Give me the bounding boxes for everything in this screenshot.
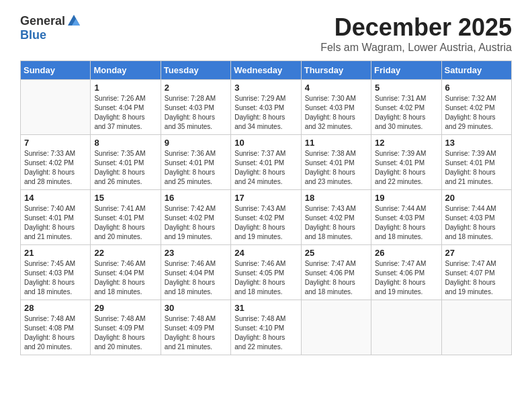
day-info: Sunrise: 7:47 AM Sunset: 4:06 PM Dayligh… — [305, 259, 367, 297]
logo-blue: Blue — [20, 28, 46, 42]
calendar-cell: 6Sunrise: 7:32 AM Sunset: 4:02 PM Daylig… — [441, 80, 511, 135]
day-info: Sunrise: 7:44 AM Sunset: 4:03 PM Dayligh… — [375, 204, 437, 242]
calendar-cell — [301, 300, 371, 355]
day-number: 10 — [234, 138, 297, 148]
column-header-saturday: Saturday — [441, 61, 511, 80]
calendar-cell: 14Sunrise: 7:40 AM Sunset: 4:01 PM Dayli… — [21, 190, 91, 245]
day-info: Sunrise: 7:47 AM Sunset: 4:07 PM Dayligh… — [445, 259, 508, 297]
day-number: 4 — [305, 83, 367, 93]
calendar-cell: 9Sunrise: 7:36 AM Sunset: 4:01 PM Daylig… — [161, 135, 230, 190]
day-info: Sunrise: 7:32 AM Sunset: 4:02 PM Dayligh… — [445, 94, 508, 132]
day-number: 21 — [24, 248, 87, 258]
day-info: Sunrise: 7:45 AM Sunset: 4:03 PM Dayligh… — [24, 259, 87, 297]
day-number: 18 — [305, 193, 367, 203]
day-number: 5 — [375, 83, 437, 93]
calendar-cell: 15Sunrise: 7:41 AM Sunset: 4:01 PM Dayli… — [91, 190, 161, 245]
day-info: Sunrise: 7:46 AM Sunset: 4:04 PM Dayligh… — [94, 259, 157, 297]
calendar-cell: 25Sunrise: 7:47 AM Sunset: 4:06 PM Dayli… — [301, 245, 371, 300]
calendar-cell: 28Sunrise: 7:48 AM Sunset: 4:08 PM Dayli… — [21, 300, 91, 355]
calendar-cell: 22Sunrise: 7:46 AM Sunset: 4:04 PM Dayli… — [91, 245, 161, 300]
calendar-cell: 23Sunrise: 7:46 AM Sunset: 4:04 PM Dayli… — [161, 245, 230, 300]
day-number: 6 — [445, 83, 508, 93]
day-info: Sunrise: 7:43 AM Sunset: 4:02 PM Dayligh… — [305, 204, 367, 242]
day-number: 9 — [165, 138, 227, 148]
calendar-cell: 16Sunrise: 7:42 AM Sunset: 4:02 PM Dayli… — [161, 190, 230, 245]
calendar-cell: 31Sunrise: 7:48 AM Sunset: 4:10 PM Dayli… — [231, 300, 301, 355]
day-info: Sunrise: 7:46 AM Sunset: 4:05 PM Dayligh… — [234, 259, 297, 297]
calendar-cell: 13Sunrise: 7:39 AM Sunset: 4:01 PM Dayli… — [441, 135, 511, 190]
calendar-week-row: 21Sunrise: 7:45 AM Sunset: 4:03 PM Dayli… — [21, 245, 512, 300]
day-number: 20 — [445, 193, 508, 203]
day-info: Sunrise: 7:31 AM Sunset: 4:02 PM Dayligh… — [375, 94, 437, 132]
day-info: Sunrise: 7:40 AM Sunset: 4:01 PM Dayligh… — [24, 204, 87, 242]
calendar-cell: 19Sunrise: 7:44 AM Sunset: 4:03 PM Dayli… — [371, 190, 441, 245]
day-number: 16 — [165, 193, 227, 203]
calendar-cell: 29Sunrise: 7:48 AM Sunset: 4:09 PM Dayli… — [91, 300, 161, 355]
day-info: Sunrise: 7:48 AM Sunset: 4:09 PM Dayligh… — [165, 314, 227, 352]
day-number: 8 — [94, 138, 157, 148]
day-number: 12 — [375, 138, 437, 148]
calendar-cell: 24Sunrise: 7:46 AM Sunset: 4:05 PM Dayli… — [231, 245, 301, 300]
day-number: 22 — [94, 248, 157, 258]
calendar-cell — [371, 300, 441, 355]
month-title: December 2025 — [320, 13, 512, 42]
day-number: 11 — [305, 138, 367, 148]
day-info: Sunrise: 7:28 AM Sunset: 4:03 PM Dayligh… — [165, 94, 227, 132]
day-info: Sunrise: 7:44 AM Sunset: 4:03 PM Dayligh… — [445, 204, 508, 242]
day-info: Sunrise: 7:39 AM Sunset: 4:01 PM Dayligh… — [445, 149, 508, 187]
column-header-thursday: Thursday — [301, 61, 371, 80]
calendar-cell: 18Sunrise: 7:43 AM Sunset: 4:02 PM Dayli… — [301, 190, 371, 245]
title-section: December 2025 Fels am Wagram, Lower Aust… — [320, 13, 512, 54]
calendar-cell: 5Sunrise: 7:31 AM Sunset: 4:02 PM Daylig… — [371, 80, 441, 135]
calendar-week-row: 14Sunrise: 7:40 AM Sunset: 4:01 PM Dayli… — [21, 190, 512, 245]
day-number: 1 — [94, 83, 157, 93]
day-number: 15 — [94, 193, 157, 203]
day-number: 19 — [375, 193, 437, 203]
calendar-cell: 3Sunrise: 7:29 AM Sunset: 4:03 PM Daylig… — [231, 80, 301, 135]
logo: General Blue — [20, 13, 81, 42]
calendar-week-row: 7Sunrise: 7:33 AM Sunset: 4:02 PM Daylig… — [21, 135, 512, 190]
day-info: Sunrise: 7:42 AM Sunset: 4:02 PM Dayligh… — [165, 204, 227, 242]
day-number: 2 — [165, 83, 227, 93]
calendar-cell: 4Sunrise: 7:30 AM Sunset: 4:03 PM Daylig… — [301, 80, 371, 135]
column-header-tuesday: Tuesday — [161, 61, 230, 80]
calendar-cell: 20Sunrise: 7:44 AM Sunset: 4:03 PM Dayli… — [441, 190, 511, 245]
day-number: 23 — [165, 248, 227, 258]
calendar-cell: 30Sunrise: 7:48 AM Sunset: 4:09 PM Dayli… — [161, 300, 230, 355]
day-info: Sunrise: 7:38 AM Sunset: 4:01 PM Dayligh… — [305, 149, 367, 187]
calendar-cell: 11Sunrise: 7:38 AM Sunset: 4:01 PM Dayli… — [301, 135, 371, 190]
calendar-cell: 12Sunrise: 7:39 AM Sunset: 4:01 PM Dayli… — [371, 135, 441, 190]
day-info: Sunrise: 7:33 AM Sunset: 4:02 PM Dayligh… — [24, 149, 87, 187]
calendar-cell: 17Sunrise: 7:43 AM Sunset: 4:02 PM Dayli… — [231, 190, 301, 245]
calendar-cell — [441, 300, 511, 355]
logo-icon — [66, 13, 81, 28]
calendar-cell: 26Sunrise: 7:47 AM Sunset: 4:06 PM Dayli… — [371, 245, 441, 300]
day-number: 17 — [234, 193, 297, 203]
day-number: 30 — [165, 303, 227, 313]
page-header: General Blue December 2025 Fels am Wagra… — [20, 13, 512, 54]
calendar-cell: 8Sunrise: 7:35 AM Sunset: 4:01 PM Daylig… — [91, 135, 161, 190]
day-number: 31 — [234, 303, 297, 313]
day-info: Sunrise: 7:29 AM Sunset: 4:03 PM Dayligh… — [234, 94, 297, 132]
calendar-cell: 2Sunrise: 7:28 AM Sunset: 4:03 PM Daylig… — [161, 80, 230, 135]
day-number: 14 — [24, 193, 87, 203]
column-header-sunday: Sunday — [21, 61, 91, 80]
calendar-header-row: SundayMondayTuesdayWednesdayThursdayFrid… — [21, 61, 512, 80]
column-header-friday: Friday — [371, 61, 441, 80]
location-title: Fels am Wagram, Lower Austria, Austria — [320, 42, 512, 54]
day-info: Sunrise: 7:35 AM Sunset: 4:01 PM Dayligh… — [94, 149, 157, 187]
day-info: Sunrise: 7:48 AM Sunset: 4:08 PM Dayligh… — [24, 314, 87, 352]
calendar-table: SundayMondayTuesdayWednesdayThursdayFrid… — [20, 60, 512, 355]
calendar-cell: 10Sunrise: 7:37 AM Sunset: 4:01 PM Dayli… — [231, 135, 301, 190]
day-number: 28 — [24, 303, 87, 313]
day-number: 7 — [24, 138, 87, 148]
day-info: Sunrise: 7:43 AM Sunset: 4:02 PM Dayligh… — [234, 204, 297, 242]
column-header-monday: Monday — [91, 61, 161, 80]
day-info: Sunrise: 7:48 AM Sunset: 4:09 PM Dayligh… — [94, 314, 157, 352]
column-header-wednesday: Wednesday — [231, 61, 301, 80]
day-number: 26 — [375, 248, 437, 258]
calendar-week-row: 28Sunrise: 7:48 AM Sunset: 4:08 PM Dayli… — [21, 300, 512, 355]
calendar-cell: 1Sunrise: 7:26 AM Sunset: 4:04 PM Daylig… — [91, 80, 161, 135]
logo-general: General — [20, 14, 65, 28]
day-number: 24 — [234, 248, 297, 258]
